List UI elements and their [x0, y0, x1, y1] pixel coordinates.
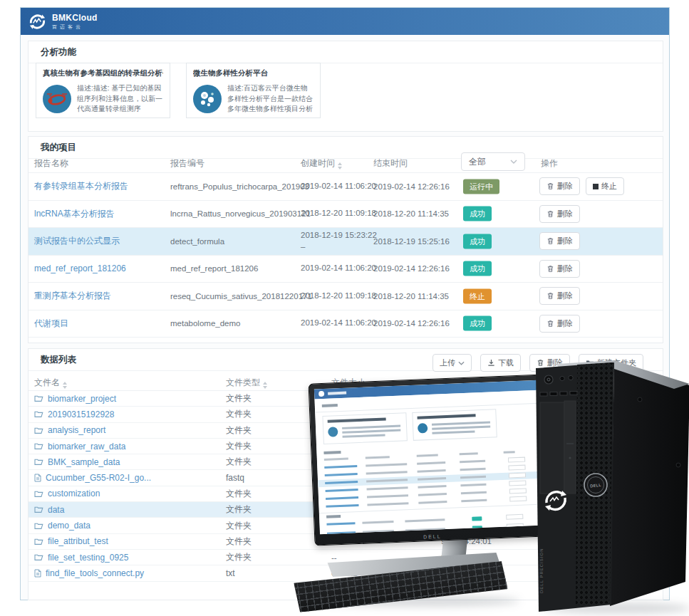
report-code: reseq_Cucumis_sativus_20181220171 [170, 283, 299, 310]
card-title: 微生物多样性分析平台 [193, 68, 314, 78]
analysis-card-rnaseq[interactable]: 真核生物有参考基因组的转录组分析平台 描述:描述: 基于已知的基因组序列和注释信… [36, 63, 170, 118]
brand-logo: BMKCloud 百迈客云 [28, 12, 98, 31]
file-created [441, 454, 562, 469]
file-created [441, 407, 562, 422]
trash-icon [537, 359, 544, 367]
new-folder-button[interactable]: 新建文件夹 [579, 354, 643, 372]
brand-name: BMKCloud [52, 14, 98, 23]
file-created [441, 439, 562, 454]
file-row: file_set_testing_0925 文件夹 -- 9-27 14:06:… [29, 550, 663, 565]
delete-button[interactable]: 删除 [539, 287, 580, 305]
bmk-swirl-icon [28, 12, 47, 31]
folder-icon [34, 506, 43, 513]
report-name-link[interactable]: 代谢项目 [34, 318, 68, 330]
report-code: metabolome_demo [170, 310, 299, 338]
analysis-card-microbial[interactable]: 微生物多样性分析平台 描述:百迈客云平台微生物多样性分析平台是一款结合多年微生物… [186, 63, 321, 118]
file-name-link[interactable]: find_file_tools_connect.py [46, 568, 144, 578]
file-type: fastq [226, 470, 311, 485]
file-name-link[interactable]: file_set_testing_0925 [48, 553, 128, 563]
file-name-link[interactable]: biomarker_raw_data [48, 442, 125, 451]
report-name-link[interactable]: 有参转录组基本分析报告 [34, 180, 128, 192]
folder-icon [34, 553, 43, 561]
status-filter-select[interactable]: 全部 [461, 152, 525, 171]
col-file-type-sort[interactable]: 文件类型 [226, 377, 267, 389]
file-name-link[interactable]: data [48, 505, 64, 515]
report-created: 2018-12-19 15:23:22– [301, 228, 378, 255]
projects-panel: 我的项目 报告名称 报告编号 创建时间 结束时间 全部 操作 有参转录组基本分析… [28, 136, 663, 343]
report-ended: 2019-02-14 12:26:16 [373, 173, 466, 200]
col-created-sort[interactable]: 创建时间 [301, 157, 342, 169]
brand-subtitle: 百迈客云 [52, 24, 98, 29]
file-row: data 文件夹 [29, 502, 663, 518]
status-badge: 成功 [463, 316, 492, 331]
file-name-link[interactable]: BMK_sample_data [48, 457, 120, 467]
file-created [441, 423, 562, 438]
file-row: biomarker_project 文件夹 [29, 391, 663, 407]
file-row: find_file_tools_connect.py txt 6.62KB :5… [29, 565, 663, 581]
download-button[interactable]: 下载 [480, 354, 521, 372]
trash-icon [546, 265, 554, 273]
col-file-created-sort[interactable]: 创建时间 [441, 377, 482, 389]
project-row: 测试报告中的公式显示 detect_formula 2018-12-19 15:… [29, 228, 663, 256]
files-rows: biomarker_project 文件夹 20190315192928 文件夹… [29, 391, 663, 582]
sort-icon [368, 382, 373, 389]
file-name-link[interactable]: analysis_report [48, 425, 105, 435]
page: BMKCloud 百迈客云 分析功能 真核生物有参考基因组的转录组分析平台 [0, 0, 689, 616]
file-size: -- [331, 534, 417, 549]
report-name-link[interactable]: 测试报告中的公式显示 [34, 235, 120, 247]
file-size: -- [331, 550, 417, 565]
status-badge: 运行中 [463, 179, 499, 194]
file-name-link[interactable]: 20190315192928 [48, 409, 114, 419]
card-desc: 描述:描述: 基于已知的基因组序列和注释信息，以新一代高通量转录组测序（RNA-… [77, 83, 163, 116]
file-row: demo_data 文件夹 [29, 518, 663, 533]
folder-icon [34, 410, 43, 418]
report-code: med_ref_report_181206 [170, 256, 299, 283]
col-file-size-sort[interactable]: 文件大小 [331, 377, 373, 389]
file-size [331, 502, 417, 517]
delete-button[interactable]: 删除 [539, 260, 580, 278]
delete-button[interactable]: 删除 [539, 315, 580, 333]
report-code: lncrna_Rattus_norvegicus_201903121 [170, 201, 299, 228]
status-badge: 终止 [463, 288, 492, 303]
rnaseq-platform-icon [43, 85, 71, 113]
upload-button[interactable]: 上传 [432, 354, 472, 372]
file-size [331, 454, 417, 469]
stop-icon [593, 184, 599, 189]
analysis-panel: 分析功能 真核生物有参考基因组的转录组分析平台 描述:描述: 基于已知的基因组序… [28, 41, 663, 132]
col-file-name-sort[interactable]: 文件名 [34, 377, 67, 389]
file-size [331, 486, 417, 501]
folder-icon [34, 490, 43, 498]
file-created: 9-27 14:24:01 [441, 534, 562, 549]
file-name-link[interactable]: biomarker_project [48, 394, 116, 404]
file-name-link[interactable]: file_attribut_test [48, 536, 108, 546]
status-badge: 成功 [463, 234, 492, 249]
file-name-link[interactable]: demo_data [48, 521, 90, 531]
col-report-name: 报告名称 [34, 157, 68, 169]
report-name-link[interactable]: lncRNA基本分析报告 [34, 208, 115, 220]
file-size [331, 407, 417, 422]
file-name-link[interactable]: Cucumber_G55-R02-I_go... [46, 473, 151, 483]
delete-button[interactable]: 删除 [539, 232, 580, 250]
report-created: 2019-02-14 11:06:20 [301, 173, 378, 200]
file-type: 文件夹 [226, 423, 311, 438]
file-name-link[interactable]: customization [48, 489, 100, 498]
microbial-platform-icon [193, 85, 222, 113]
file-created [441, 391, 562, 406]
terminate-button[interactable]: 终止 [586, 177, 624, 195]
col-ops: 操作 [541, 157, 558, 169]
report-ended: 2019-02-14 12:26:16 [373, 256, 466, 283]
report-name-link[interactable]: 重测序基本分析报告 [34, 290, 111, 302]
col-report-code: 报告编号 [170, 157, 204, 169]
delete-button[interactable]: 删除 [539, 205, 580, 223]
file-icon [34, 474, 41, 482]
files-panel: 数据列表 上传 下载 删除 新建文件夹 [28, 348, 663, 600]
report-ended: 2018-12-20 11:14:35 [373, 283, 466, 310]
report-code: detect_formula [170, 228, 299, 255]
folder-icon [34, 442, 43, 450]
project-row: 重测序基本分析报告 reseq_Cucumis_sativus_20181220… [29, 283, 663, 310]
report-name-link[interactable]: med_ref_report_181206 [34, 263, 126, 273]
report-ended: 2018-12-19 15:25:16 [373, 228, 466, 255]
delete-button[interactable]: 删除 [539, 177, 580, 195]
download-icon [487, 359, 495, 367]
delete-files-button[interactable]: 删除 [529, 354, 570, 372]
